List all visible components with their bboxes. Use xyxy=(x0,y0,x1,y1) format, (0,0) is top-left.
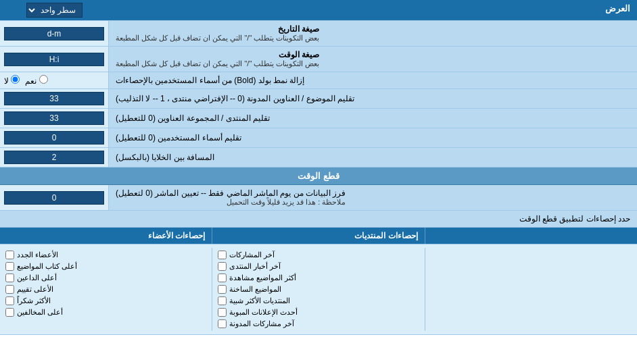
time-format-sublabel: بعض التكوينات يتطلب "/" التي يمكن ان تضا… xyxy=(116,59,319,68)
date-format-label: صيغة التاريخ xyxy=(116,24,319,34)
time-cut-row: فرز البيانات من يوم الماشر الماضي فقط --… xyxy=(0,185,637,211)
date-format-label-cell: صيغة التاريخ بعض التكوينات يتطلب "/" الت… xyxy=(108,21,637,46)
time-cut-section-header: قطع الوقت xyxy=(0,167,637,185)
checkbox-new-members[interactable] xyxy=(5,251,14,259)
checkbox-last-posts[interactable] xyxy=(218,251,227,259)
date-format-input[interactable] xyxy=(4,27,104,41)
checkbox-item-most-viewed: أكثر المواضيع مشاهدة xyxy=(218,272,419,284)
date-format-row: صيغة التاريخ بعض التكوينات يتطلب "/" الت… xyxy=(0,21,637,47)
time-cut-input[interactable] xyxy=(4,191,104,205)
cell-padding-input-cell xyxy=(0,148,108,167)
bold-remove-no-radio[interactable] xyxy=(11,75,20,84)
checkbox-latest-ads[interactable] xyxy=(218,308,227,317)
bold-remove-input-cell: نعم لا xyxy=(0,72,108,88)
top-header: العرض سطر واحد سطرين ثلاثة أسطر xyxy=(0,0,637,21)
date-format-sublabel: بعض التكوينات يتطلب "/" التي يمكن ان تضا… xyxy=(116,34,319,43)
time-format-label-cell: صيغة الوقت بعض التكوينات يتطلب "/" التي … xyxy=(108,47,637,72)
bold-remove-yes-label: نعم xyxy=(25,75,47,86)
user-names-input[interactable] xyxy=(4,131,104,145)
checkboxes-body: آخر المشاركات آخر أخبار المنتدى أكثر الم… xyxy=(0,244,637,335)
bold-remove-no-label: لا xyxy=(4,75,20,86)
checkbox-item-most-similar: المنتديات الأكثر شبية xyxy=(218,295,419,307)
checkbox-item-forum-news: آخر أخبار المنتدى xyxy=(218,261,419,272)
checkboxes-header-row: إحصاءات المنتديات إحصاءات الأعضاء xyxy=(0,228,637,244)
col3-header-placeholder xyxy=(425,228,637,244)
bold-remove-row: إزالة نمط بولد (Bold) من أسماء المستخدمي… xyxy=(0,72,637,89)
user-names-label: تقليم أسماء المستخدمين (0 للتعطيل) xyxy=(116,133,241,142)
checkbox-item-hot-topics: المواضيع الساخنة xyxy=(218,284,419,295)
checkbox-item-top-rated: الأعلى تقييم xyxy=(5,284,206,295)
forum-sort-input[interactable] xyxy=(4,111,104,125)
cell-padding-label: المسافة بين الخلايا (بالبكسل) xyxy=(116,153,214,162)
time-cut-field-label: فرز البيانات من يوم الماشر الماضي فقط --… xyxy=(116,188,346,198)
checkbox-most-thanked[interactable] xyxy=(5,296,14,305)
checkbox-most-viewed[interactable] xyxy=(218,274,227,282)
checkbox-col-2: آخر المشاركات آخر أخبار المنتدى أكثر الم… xyxy=(212,248,424,331)
checkbox-col-3 xyxy=(425,248,637,331)
bold-remove-label: إزالة نمط بولد (Bold) من أسماء المستخدمي… xyxy=(116,76,304,85)
stats-limit-row: حدد إحصاءات لتطبيق قطع الوقت xyxy=(0,211,637,228)
time-format-label: صيغة الوقت xyxy=(116,50,319,59)
cell-padding-input[interactable] xyxy=(4,151,104,164)
checkbox-item-latest-ads: أحدث الإعلانات المبوبة xyxy=(218,307,419,318)
checkbox-most-similar[interactable] xyxy=(218,296,227,305)
time-cut-input-cell xyxy=(0,185,108,210)
time-format-input-cell xyxy=(0,47,108,72)
topic-sort-input[interactable] xyxy=(4,92,104,105)
checkbox-top-inviters[interactable] xyxy=(5,274,14,282)
topic-sort-row: تقليم الموضوع / العناوين المدونة (0 -- ا… xyxy=(0,89,637,109)
checkbox-blog-posts[interactable] xyxy=(218,319,227,328)
time-cut-field-note: ملاحظة : هذا قد يزيد قليلاً وقت التحميل xyxy=(116,198,346,207)
time-format-row: صيغة الوقت بعض التكوينات يتطلب "/" التي … xyxy=(0,47,637,72)
checkbox-item-most-thanked: الأكثر شكراً xyxy=(5,295,206,307)
stats-limit-label: حدد إحصاءات لتطبيق قطع الوقت xyxy=(519,214,630,224)
checkbox-hot-topics[interactable] xyxy=(218,285,227,294)
forum-sort-label: تقليم المنتدى / المجموعة العناوين (0 للت… xyxy=(116,113,270,123)
checkbox-item-blog-posts: آخر مشاركات المدونة xyxy=(218,318,419,330)
time-format-input[interactable] xyxy=(4,53,104,66)
display-mode-select[interactable]: سطر واحد سطرين ثلاثة أسطر xyxy=(26,3,82,18)
checkbox-top-rated[interactable] xyxy=(5,285,14,294)
cell-padding-label-cell: المسافة بين الخلايا (بالبكسل) xyxy=(108,148,637,167)
forum-sort-label-cell: تقليم المنتدى / المجموعة العناوين (0 للت… xyxy=(108,109,637,128)
cell-padding-row: المسافة بين الخلايا (بالبكسل) xyxy=(0,148,637,167)
checkbox-col-1: الأعضاء الجدد أعلى كتاب المواضيع أعلى ال… xyxy=(0,248,212,331)
checkbox-item-top-inviters: أعلى الداعين xyxy=(5,272,206,284)
topic-sort-label-cell: تقليم الموضوع / العناوين المدونة (0 -- ا… xyxy=(108,89,637,108)
time-cut-label-cell: فرز البيانات من يوم الماشر الماضي فقط --… xyxy=(108,185,637,210)
checkbox-item-top-writers: أعلى كتاب المواضيع xyxy=(5,261,206,272)
date-format-input-cell xyxy=(0,21,108,46)
user-names-row: تقليم أسماء المستخدمين (0 للتعطيل) xyxy=(0,128,637,148)
forum-sort-input-cell xyxy=(0,109,108,128)
checkbox-item-last-posts: آخر المشاركات xyxy=(218,249,419,261)
header-label: العرض xyxy=(108,0,637,20)
bold-remove-yes-radio[interactable] xyxy=(39,75,48,84)
checkbox-forum-news[interactable] xyxy=(218,262,227,271)
user-names-input-cell xyxy=(0,128,108,147)
bold-remove-label-cell: إزالة نمط بولد (Bold) من أسماء المستخدمي… xyxy=(108,72,637,88)
topic-sort-label: تقليم الموضوع / العناوين المدونة (0 -- ا… xyxy=(116,94,354,103)
header-select-cell: سطر واحد سطرين ثلاثة أسطر xyxy=(0,0,108,20)
col1-header: إحصاءات الأعضاء xyxy=(0,228,212,244)
col2-header: إحصاءات المنتديات xyxy=(212,228,424,244)
main-container: العرض سطر واحد سطرين ثلاثة أسطر صيغة الت… xyxy=(0,0,637,335)
checkbox-item-new-members: الأعضاء الجدد xyxy=(5,249,206,261)
forum-sort-row: تقليم المنتدى / المجموعة العناوين (0 للت… xyxy=(0,109,637,128)
user-names-label-cell: تقليم أسماء المستخدمين (0 للتعطيل) xyxy=(108,128,637,147)
checkbox-item-top-violators: أعلى المخالفين xyxy=(5,307,206,318)
checkbox-top-writers[interactable] xyxy=(5,262,14,271)
topic-sort-input-cell xyxy=(0,89,108,108)
checkbox-top-violators[interactable] xyxy=(5,308,14,317)
